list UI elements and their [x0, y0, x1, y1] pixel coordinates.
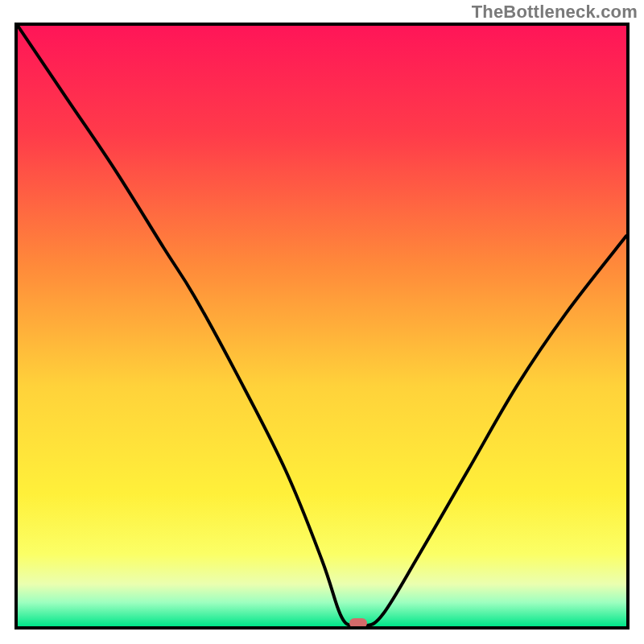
plot-frame	[14, 23, 630, 630]
chart-container: TheBottleneck.com	[0, 0, 644, 644]
watermark-text: TheBottleneck.com	[472, 2, 638, 23]
bottleneck-curve	[18, 26, 626, 626]
optimal-marker	[349, 618, 367, 628]
curve-layer	[18, 26, 626, 626]
